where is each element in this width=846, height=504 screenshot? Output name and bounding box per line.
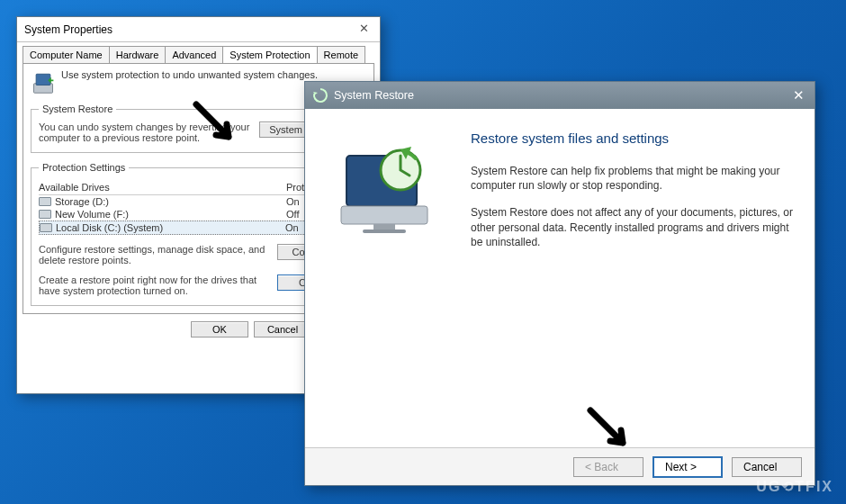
drive-name: Local Disk (C:) (System)	[56, 222, 163, 233]
ok-button[interactable]: OK	[191, 321, 248, 338]
wizard-para2: System Restore does not affect any of yo…	[471, 205, 795, 249]
configure-desc: Configure restore settings, manage disk …	[39, 244, 270, 266]
wizard-titlebar[interactable]: System Restore ✕	[305, 82, 814, 109]
watermark: UG⟲TFIX	[756, 478, 833, 495]
tab-computer-name[interactable]: Computer Name	[22, 46, 110, 63]
drive-icon	[39, 197, 51, 206]
drive-icon	[40, 223, 52, 232]
monitor-restore-icon	[330, 134, 438, 242]
drive-name: Storage (D:)	[55, 196, 109, 207]
protection-settings-legend: Protection Settings	[39, 162, 129, 173]
tab-advanced[interactable]: Advanced	[165, 46, 223, 63]
col-drives: Available Drives	[39, 182, 286, 193]
next-button[interactable]: Next >	[652, 456, 723, 478]
cancel-button[interactable]: Cancel	[254, 321, 311, 338]
wizard-title: System Restore	[334, 89, 788, 102]
svg-rect-3	[341, 206, 428, 224]
wizard-footer: < Back Next > Cancel	[305, 447, 814, 485]
sysprop-intro-text: Use system protection to undo unwanted s…	[61, 69, 318, 80]
system-restore-desc: You can undo system changes by reverting…	[39, 122, 252, 143]
wizard-sidebar	[305, 109, 464, 447]
tab-hardware[interactable]: Hardware	[109, 46, 166, 63]
drive-icon	[39, 210, 51, 219]
drive-name: New Volume (F:)	[55, 209, 129, 220]
restore-icon	[312, 87, 328, 104]
sysprop-tabs: Computer Name Hardware Advanced System P…	[22, 46, 374, 63]
tab-system-protection[interactable]: System Protection	[222, 46, 317, 63]
sysprop-titlebar[interactable]: System Properties ✕	[17, 17, 380, 42]
create-desc: Create a restore point right now for the…	[39, 274, 270, 296]
svg-rect-5	[363, 230, 406, 233]
back-button[interactable]: < Back	[573, 457, 644, 477]
wizard-content: Restore system files and settings System…	[464, 109, 814, 447]
close-icon[interactable]: ✕	[788, 87, 809, 104]
wizard-para1: System Restore can help fix problems tha…	[471, 164, 795, 193]
sysprop-title: System Properties	[24, 23, 353, 36]
shield-icon	[31, 69, 56, 94]
system-restore-legend: System Restore	[39, 104, 116, 114]
tab-remote[interactable]: Remote	[317, 46, 366, 63]
wizard-heading: Restore system files and settings	[471, 130, 795, 146]
close-icon[interactable]: ✕	[353, 21, 374, 39]
system-restore-window: System Restore ✕ Restore system files an…	[304, 81, 815, 486]
wizard-body: Restore system files and settings System…	[305, 109, 814, 447]
svg-rect-1	[36, 74, 50, 85]
svg-rect-4	[374, 224, 395, 230]
cancel-button[interactable]: Cancel	[732, 457, 802, 477]
